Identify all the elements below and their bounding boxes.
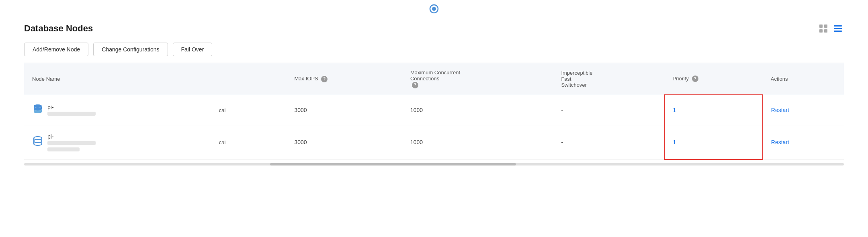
button-row: Add/Remove Node Change Configurations Fa… xyxy=(0,39,868,63)
col-fast-switchover: ImperceptibleFastSwitchover xyxy=(553,63,664,95)
cell-node-name-1: pi- xyxy=(24,95,211,125)
priority-value-2: 1 xyxy=(673,139,676,145)
col-local xyxy=(211,63,287,95)
cell-max-iops-1: 3000 xyxy=(287,95,402,125)
node-prefix-2: pi- xyxy=(47,133,96,140)
col-max-iops: Max IOPS ? xyxy=(287,63,402,95)
database-icon-1 xyxy=(32,103,43,114)
svg-rect-4 xyxy=(819,29,823,33)
table-row: pi- cal 3000 1000 - 1 xyxy=(24,125,844,159)
scrollbar-track[interactable] xyxy=(24,163,844,165)
cell-actions-2: Restart xyxy=(763,125,844,159)
svg-rect-7 xyxy=(834,28,842,29)
cell-fast-switchover-2: - xyxy=(553,125,664,159)
restart-link-2[interactable]: Restart xyxy=(771,139,789,145)
svg-rect-2 xyxy=(819,25,823,28)
cell-local-2: cal xyxy=(211,125,287,159)
add-remove-node-button[interactable]: Add/Remove Node xyxy=(24,43,88,56)
svg-point-10 xyxy=(34,104,42,108)
col-priority: Priority ? xyxy=(665,63,763,95)
db-icon-1 xyxy=(32,103,43,117)
node-info-2: pi- xyxy=(47,133,96,151)
cell-node-name-2: pi- xyxy=(24,125,211,159)
cell-local-1: cal xyxy=(211,95,287,125)
fail-over-button[interactable]: Fail Over xyxy=(173,43,213,56)
database-nodes-table: Node Name Max IOPS ? Maximum ConcurrentC… xyxy=(24,63,844,160)
grid-view-button[interactable] xyxy=(817,22,829,35)
table-header-row: Node Name Max IOPS ? Maximum ConcurrentC… xyxy=(24,63,844,95)
svg-rect-5 xyxy=(824,29,827,33)
table-wrapper: Node Name Max IOPS ? Maximum ConcurrentC… xyxy=(0,63,868,160)
list-view-button[interactable] xyxy=(832,22,844,35)
cell-priority-2: 1 xyxy=(665,125,763,159)
cell-fast-switchover-1: - xyxy=(553,95,664,125)
cell-max-concurrent-1: 1000 xyxy=(402,95,553,125)
col-max-concurrent: Maximum ConcurrentConnections ? xyxy=(402,63,553,95)
max-concurrent-help-icon[interactable]: ? xyxy=(412,82,418,88)
svg-rect-3 xyxy=(824,25,827,28)
node-blurred-1 xyxy=(47,112,96,116)
node-blurred-2b xyxy=(47,147,80,151)
scrollbar-row xyxy=(0,160,868,165)
top-center-icon xyxy=(428,3,440,14)
max-iops-help-icon[interactable]: ? xyxy=(321,76,328,82)
page-container: Database Nodes Add/Remove Node xyxy=(0,0,868,237)
grid-icon xyxy=(819,24,828,33)
table-row: pi- cal 3000 1000 - 1 R xyxy=(24,95,844,125)
table-body: pi- cal 3000 1000 - 1 R xyxy=(24,95,844,159)
cell-max-concurrent-2: 1000 xyxy=(402,125,553,159)
cell-max-iops-2: 3000 xyxy=(287,125,402,159)
header-row: Database Nodes xyxy=(0,16,868,39)
priority-value-1: 1 xyxy=(673,107,676,113)
node-info-1: pi- xyxy=(47,104,96,116)
restart-link-1[interactable]: Restart xyxy=(771,107,789,113)
col-fast-switchover-label: ImperceptibleFastSwitchover xyxy=(561,70,592,88)
svg-rect-6 xyxy=(834,25,842,27)
cell-actions-1: Restart xyxy=(763,95,844,125)
col-actions: Actions xyxy=(763,63,844,95)
top-icon-bar xyxy=(0,0,868,16)
svg-point-1 xyxy=(432,7,436,11)
database-icon-2 xyxy=(32,135,43,147)
db-icon-2 xyxy=(32,135,43,149)
priority-help-icon[interactable]: ? xyxy=(692,76,698,82)
change-configurations-button[interactable]: Change Configurations xyxy=(93,43,168,56)
scrollbar-thumb[interactable] xyxy=(270,163,516,165)
svg-rect-8 xyxy=(834,31,842,32)
node-blurred-2a xyxy=(47,141,96,145)
col-max-concurrent-label: Maximum ConcurrentConnections xyxy=(410,69,460,82)
list-icon xyxy=(833,24,842,33)
cell-priority-1: 1 xyxy=(665,95,763,125)
col-node-name: Node Name xyxy=(24,63,211,95)
view-toggle xyxy=(817,22,844,35)
node-prefix-1: pi- xyxy=(47,104,96,110)
page-title: Database Nodes xyxy=(24,23,93,34)
